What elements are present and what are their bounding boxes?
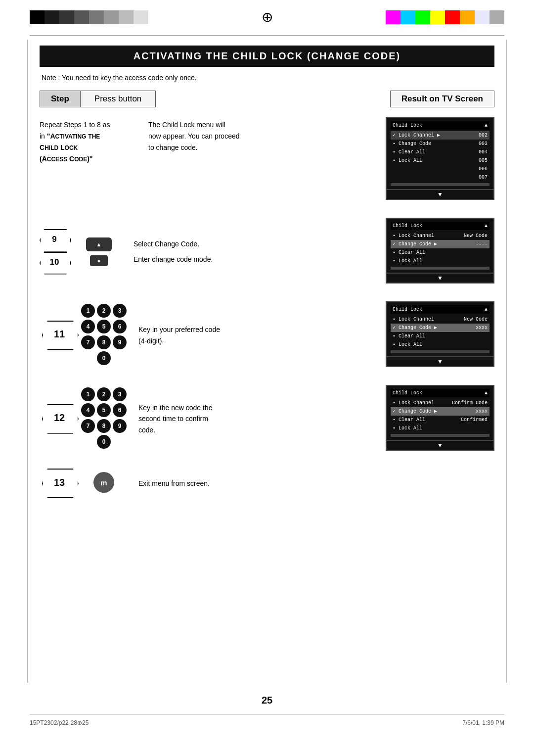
repeat-steps-desc: Repeat Steps 1 to 8 as in "ACTIVATING TH…	[40, 117, 138, 165]
btn-menu-13[interactable]: m	[93, 472, 114, 493]
instr-row-12: 12 1 2 3 4 5 6 7 8 9 0 Key in the n	[40, 385, 494, 451]
tv-row-12-1: ▪ Lock ChannelConfirm Code	[391, 399, 490, 407]
tv-row-9-10-2: ✓ Change Code ▶----	[391, 240, 490, 248]
key-9[interactable]: 9	[113, 335, 127, 349]
page-wrapper: ⊕ Activating the Child Lock (Change Code…	[0, 0, 534, 756]
repeat-line1: Repeat Steps 1 to 8 as	[40, 119, 138, 131]
tv-row-12-4: ▪ Lock All	[391, 424, 490, 432]
tv-row-9-10-3: ▪ Clear All	[391, 248, 490, 257]
footer-crosshair: ⊕	[77, 719, 82, 726]
key-5[interactable]: 5	[97, 320, 111, 333]
desc-9-10-line1: Select Change Code.	[134, 238, 376, 249]
key-1[interactable]: 1	[81, 304, 95, 318]
step-10-arrow: 10	[40, 252, 69, 273]
tv-title-9-10: Child Lock▲	[391, 222, 490, 230]
tv-arrow-down-12: ▼	[386, 441, 494, 451]
tv-row-4: ▪ Lock All005	[391, 156, 490, 165]
tv-row-11-4: ▪ Lock All	[391, 340, 490, 349]
key-2b[interactable]: 2	[97, 387, 111, 401]
btn-up-arrow[interactable]: ▲	[86, 237, 112, 251]
tv-row-11-3: ▪ Clear All	[391, 332, 490, 340]
key-7[interactable]: 7	[81, 335, 95, 349]
tv-title-11: Child Lock▲	[391, 305, 490, 314]
cs-black	[30, 10, 44, 24]
key-8[interactable]: 8	[97, 335, 111, 349]
tv-bottom-bar-12	[391, 434, 490, 437]
key-8b[interactable]: 8	[97, 419, 111, 433]
key-0b[interactable]: 0	[97, 435, 111, 449]
step-13-container: 13	[40, 469, 79, 496]
tv-row-9-10-1: ▪ Lock ChannelNew Code	[391, 232, 490, 240]
key-6b[interactable]: 6	[113, 403, 127, 417]
cs-gray2	[89, 10, 104, 24]
repeat-tv-line2: now appear. You can proceed	[148, 131, 376, 142]
tv-screen-content-repeat: Child Lock▲ ✓ Lock Channel ▶002 ▪ Change…	[386, 117, 494, 190]
desc-12-line3: code.	[138, 425, 376, 435]
key-4b[interactable]: 4	[81, 403, 95, 417]
key-1b[interactable]: 1	[81, 387, 95, 401]
cs-red	[445, 10, 460, 24]
tv-row-1: ✓ Lock Channel ▶002	[391, 131, 490, 140]
title-bar: Activating the Child Lock (Change Code)	[40, 46, 494, 67]
cs-lightblue	[475, 10, 490, 24]
key-5b[interactable]: 5	[97, 403, 111, 417]
result-header: Result on TV Screen	[390, 91, 494, 107]
tv-bottom-bar-repeat	[391, 183, 490, 186]
cs-darkgray1	[44, 10, 59, 24]
key-3[interactable]: 3	[113, 304, 127, 318]
step-11-container: 11	[40, 321, 79, 348]
tv-arrow-down-11: ▼	[386, 357, 494, 367]
numpad-col-12: 1 2 3 4 5 6 7 8 9 0	[79, 387, 129, 449]
btn-dot[interactable]: ●	[90, 255, 108, 266]
footer-right-spacer	[89, 719, 462, 726]
footer-right: 7/6/01, 1:39 PM	[462, 719, 504, 726]
desc-9-10: Select Change Code. Enter change code mo…	[124, 236, 386, 265]
page-number: 25	[262, 695, 272, 706]
tv-screen-content-11: Child Lock▲ ▪ Lock ChannelNew Code ✓ Cha…	[386, 301, 494, 357]
key-2[interactable]: 2	[97, 304, 111, 318]
step-11-arrow: 11	[42, 321, 77, 348]
step-9-label: 9	[52, 235, 56, 244]
desc-12: Key in the new code the second time to c…	[129, 400, 386, 435]
step-9-arrow: 9	[40, 229, 69, 250]
step-header: Step	[40, 91, 81, 107]
instr-row-repeat: Repeat Steps 1 to 8 as in "ACTIVATING TH…	[40, 117, 494, 200]
main-content: Activating the Child Lock (Change Code) …	[0, 46, 534, 516]
note-text: Note : You need to key the access code o…	[40, 74, 494, 82]
top-divider	[30, 35, 504, 36]
key-3b[interactable]: 3	[113, 387, 127, 401]
repeat-tv-desc: The Child Lock menu will now appear. You…	[138, 117, 386, 153]
key-0[interactable]: 0	[97, 351, 111, 365]
page-title: Activating the Child Lock (Change Code)	[134, 50, 401, 61]
step-12-label: 12	[54, 412, 65, 424]
footer-divider	[30, 714, 504, 714]
step-header-row: Step Press button Result on TV Screen	[40, 91, 494, 107]
press-header: Press button	[81, 91, 156, 107]
step-10-label: 10	[50, 257, 59, 267]
desc-11: Key in your preferred code (4-digit).	[129, 322, 386, 346]
step-12-container: 12	[40, 404, 79, 432]
tv-screen-12: Child Lock▲ ▪ Lock ChannelConfirm Code ✓…	[386, 385, 494, 451]
tv-row-2: ▪ Change Code003	[391, 140, 490, 148]
footer-info: 15PT2302/p22-28 ⊕ 25 7/6/01, 1:39 PM	[30, 719, 504, 726]
tv-arrow-down-repeat: ▼	[386, 190, 494, 200]
tv-bottom-bar-9-10	[391, 267, 490, 270]
repeat-line2: in "ACTIVATING THE	[40, 131, 138, 142]
key-4[interactable]: 4	[81, 320, 95, 333]
key-6[interactable]: 6	[113, 320, 127, 333]
footer-center: 25	[82, 719, 89, 726]
repeat-line3: CHILD LOCK	[40, 142, 138, 153]
key-9b[interactable]: 9	[113, 419, 127, 433]
instr-row-9-10: 9 10 ▲ ● Select Change Code. Enter chang…	[40, 218, 494, 284]
tv-row-5: 006	[391, 165, 490, 173]
steps-9-10-arrows: 9 10	[40, 229, 69, 273]
tv-screen-9-10: Child Lock▲ ▪ Lock ChannelNew Code ✓ Cha…	[386, 218, 494, 284]
btn-col-13: m	[79, 472, 129, 493]
tv-row-3: ▪ Clear All004	[391, 148, 490, 156]
desc-11-line2: (4-digit).	[138, 335, 376, 346]
btn-col-9-10: ▲ ●	[74, 236, 124, 266]
repeat-tv-line1: The Child Lock menu will	[148, 119, 376, 131]
tv-row-12-2: ✓ Change Code ▶xxxx	[391, 407, 490, 416]
key-7b[interactable]: 7	[81, 419, 95, 433]
tv-row-6: 007	[391, 173, 490, 182]
